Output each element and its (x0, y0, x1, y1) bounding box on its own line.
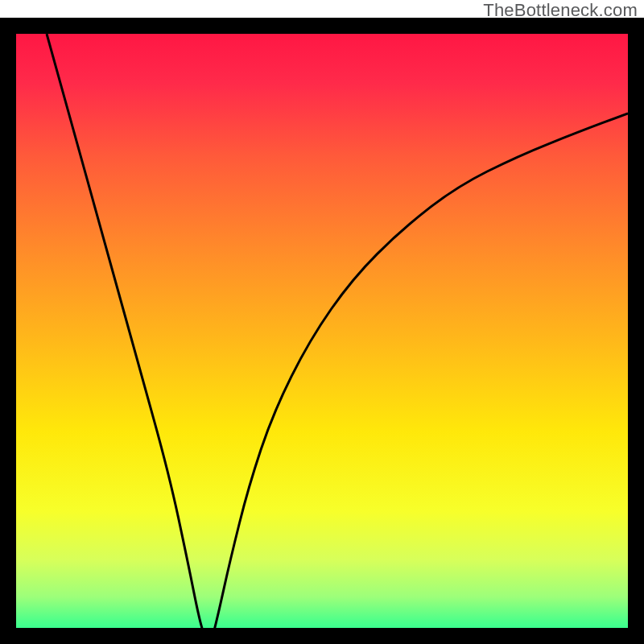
curve-path (47, 34, 628, 628)
chart-stage: TheBottleneck.com (0, 0, 644, 644)
plot-area (16, 34, 628, 628)
bottleneck-curve (16, 34, 628, 628)
chart-frame (0, 18, 644, 644)
